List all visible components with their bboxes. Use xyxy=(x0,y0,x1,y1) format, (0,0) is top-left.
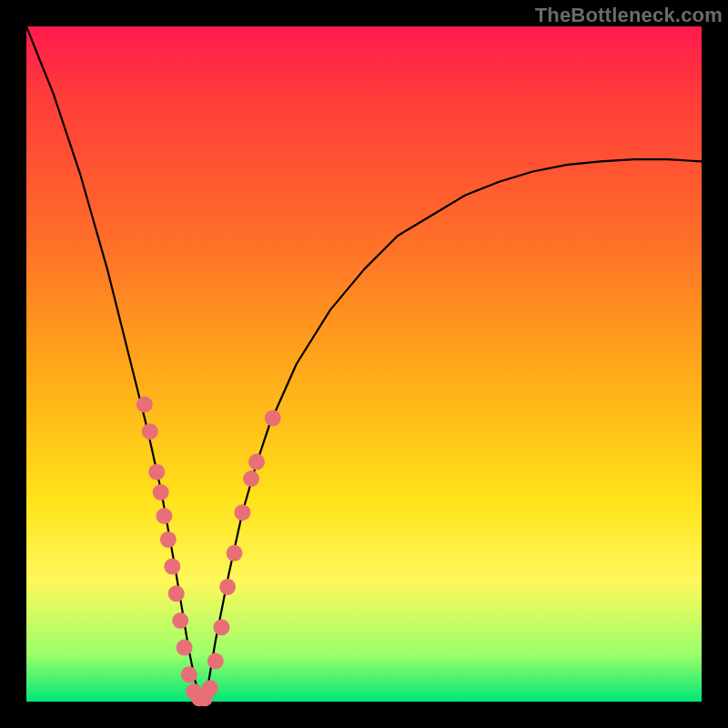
marker-dot xyxy=(207,653,224,670)
marker-dot xyxy=(265,410,281,426)
marker-dot xyxy=(177,640,193,656)
marker-dot xyxy=(153,484,169,500)
marker-dot xyxy=(243,470,259,487)
marker-dot xyxy=(142,423,158,440)
marker-dot xyxy=(234,504,250,521)
marker-dot xyxy=(160,531,177,548)
marker-dot xyxy=(136,397,153,413)
marker-dot xyxy=(164,559,180,575)
marker-dot xyxy=(219,579,236,595)
bottleneck-curve-path xyxy=(26,26,702,702)
attribution-label: TheBottleneck.com xyxy=(535,0,728,27)
chart-frame: TheBottleneck.com xyxy=(0,0,728,728)
marker-dot xyxy=(181,666,197,682)
chart-overlay-svg xyxy=(26,26,702,702)
marker-dot xyxy=(148,464,165,480)
marker-dot xyxy=(248,454,265,470)
marker-dot xyxy=(227,545,243,561)
marker-dot xyxy=(168,585,185,602)
marker-dot xyxy=(156,508,172,524)
marker-dot xyxy=(213,619,229,635)
marker-dot xyxy=(202,680,218,696)
marker-group xyxy=(136,397,281,707)
marker-dot xyxy=(172,612,188,629)
